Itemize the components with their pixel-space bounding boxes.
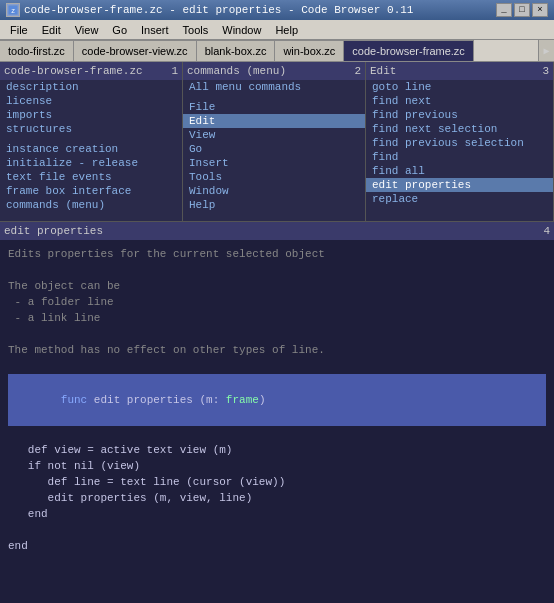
menu-file[interactable]: File [4,22,34,38]
list-item[interactable]: goto line [366,80,553,94]
panel1-header: code-browser-frame.zc 1 [0,62,182,80]
list-item[interactable]: find all [366,164,553,178]
list-item[interactable]: Insert [183,156,365,170]
bottom-panel-title: edit properties [4,225,103,237]
list-item[interactable]: View [183,128,365,142]
code-line: The method has no effect on other types … [8,342,546,358]
panel3-num: 3 [542,65,549,77]
bottom-panel-header: edit properties 4 [0,222,554,240]
panel-commands-menu: commands (menu) 2 All menu commands File… [183,62,366,221]
tab-win-box[interactable]: win-box.zc [275,40,344,62]
code-line [8,426,546,442]
code-line: edit properties (m, view, line) [8,490,546,506]
maximize-button[interactable]: □ [514,3,530,17]
tab-blank-box[interactable]: blank-box.zc [197,40,276,62]
panel1-title: code-browser-frame.zc [4,65,143,77]
code-line: The object can be [8,278,546,294]
list-item[interactable]: frame box interface [0,184,182,198]
keyword-func: func [61,394,94,406]
code-line: def line = text line (cursor (view)) [8,474,546,490]
list-item[interactable]: find next [366,94,553,108]
panel-edit: Edit 3 goto line find next find previous… [366,62,554,221]
menu-view[interactable]: View [69,22,105,38]
list-item[interactable]: replace [366,192,553,206]
func-name: edit properties (m: [94,394,226,406]
code-line: Edits properties for the current selecte… [8,246,546,262]
code-line: if not nil (view) [8,458,546,474]
code-line: end [8,506,546,522]
panel1-body[interactable]: description license imports structures i… [0,80,182,221]
list-item[interactable]: initialize - release [0,156,182,170]
menu-go[interactable]: Go [106,22,133,38]
menu-insert[interactable]: Insert [135,22,175,38]
panel2-num: 2 [354,65,361,77]
list-item[interactable]: Help [183,198,365,212]
tabs-row: todo-first.zc code-browser-view.zc blank… [0,40,554,62]
panel1-num: 1 [171,65,178,77]
title-bar-left: z code-browser-frame.zc - edit propertie… [6,3,413,17]
list-item[interactable]: description [0,80,182,94]
list-item[interactable]: File [183,100,365,114]
tab-scroll-right[interactable]: ▶ [538,40,554,62]
list-item[interactable]: find previous selection [366,136,553,150]
bottom-panel-num: 4 [543,225,550,237]
list-item[interactable]: find [366,150,553,164]
list-item[interactable]: imports [0,108,182,122]
list-item[interactable]: find next selection [366,122,553,136]
panels-row: code-browser-frame.zc 1 description lice… [0,62,554,222]
code-line: def view = active text view (m) [8,442,546,458]
tab-code-browser-frame[interactable]: code-browser-frame.zc [344,40,473,62]
code-line [8,326,546,342]
title-bar: z code-browser-frame.zc - edit propertie… [0,0,554,20]
type-frame: frame [226,394,259,406]
panel3-body[interactable]: goto line find next find previous find n… [366,80,553,221]
title-text: code-browser-frame.zc - edit properties … [24,4,413,16]
code-func-def: func edit properties (m: frame) [8,374,546,426]
list-item[interactable]: Window [183,184,365,198]
panel3-header: Edit 3 [366,62,553,80]
code-line [8,262,546,278]
app-icon: z [6,3,20,17]
menu-bar: File Edit View Go Insert Tools Window He… [0,20,554,40]
func-close: ) [259,394,266,406]
list-item[interactable]: All menu commands [183,80,365,94]
menu-window[interactable]: Window [216,22,267,38]
menu-tools[interactable]: Tools [177,22,215,38]
list-item[interactable]: Go [183,142,365,156]
title-buttons[interactable]: _ □ × [496,3,548,17]
tab-todo-first[interactable]: todo-first.zc [0,40,74,62]
menu-edit[interactable]: Edit [36,22,67,38]
list-item[interactable]: license [0,94,182,108]
bottom-section: edit properties 4 Edits properties for t… [0,222,554,603]
list-item[interactable]: Edit [183,114,365,128]
panel3-title: Edit [370,65,396,77]
list-item[interactable]: find previous [366,108,553,122]
list-item[interactable]: commands (menu) [0,198,182,212]
minimize-button[interactable]: _ [496,3,512,17]
panel-code-browser-frame: code-browser-frame.zc 1 description lice… [0,62,183,221]
list-item[interactable]: text file events [0,170,182,184]
code-line [8,522,546,538]
close-button[interactable]: × [532,3,548,17]
panel2-title: commands (menu) [187,65,286,77]
panel2-header: commands (menu) 2 [183,62,365,80]
menu-help[interactable]: Help [269,22,304,38]
code-line: - a link line [8,310,546,326]
list-item[interactable]: Tools [183,170,365,184]
main-content: code-browser-frame.zc 1 description lice… [0,62,554,603]
code-area[interactable]: Edits properties for the current selecte… [0,240,554,603]
list-item[interactable]: instance creation [0,142,182,156]
list-item[interactable]: edit properties [366,178,553,192]
list-item[interactable]: structures [0,122,182,136]
code-line: - a folder line [8,294,546,310]
svg-text:z: z [11,7,15,15]
code-line [8,358,546,374]
tab-code-browser-view[interactable]: code-browser-view.zc [74,40,197,62]
panel2-body[interactable]: All menu commands File Edit View Go Inse… [183,80,365,221]
code-line: end [8,538,546,554]
